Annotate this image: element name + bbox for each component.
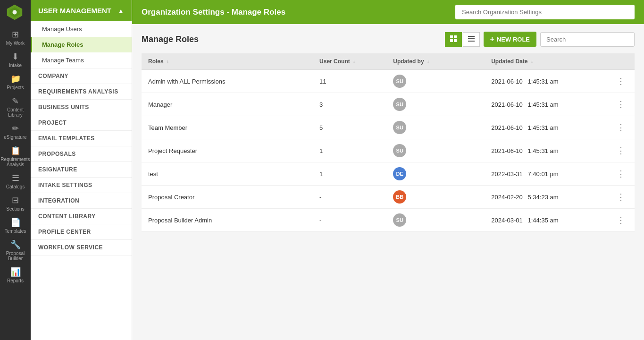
esignature-icon: ✏: [12, 123, 19, 134]
col-roles[interactable]: Roles ↕: [142, 53, 313, 70]
actions-cell: ⋮: [607, 70, 635, 93]
nav-category-integration[interactable]: INTEGRATION: [31, 193, 132, 209]
svg-rect-3: [450, 35, 453, 38]
grid-view-button[interactable]: [445, 32, 462, 47]
app-logo[interactable]: [6, 4, 25, 23]
reports-icon: 📊: [10, 267, 21, 277]
new-role-button[interactable]: + NEW ROLE: [484, 32, 536, 47]
table-row[interactable]: test 1 DE 2022-03-31 7:40:01 pm ⋮: [142, 162, 635, 186]
sidebar-item-esignature[interactable]: ✏ eSignature: [0, 120, 31, 143]
catalogs-icon: ☰: [12, 173, 19, 183]
svg-rect-4: [454, 35, 457, 38]
nav-item-manage-teams[interactable]: Manage Teams: [31, 52, 132, 68]
more-options-button[interactable]: ⋮: [614, 99, 628, 110]
top-bar: Organization Settings - Manage Roles: [132, 0, 644, 24]
sidebar-item-my-work[interactable]: ⊞ My Work: [0, 26, 31, 49]
list-view-button[interactable]: [463, 32, 480, 47]
sidebar-item-label: eSignature: [4, 135, 26, 140]
updated-by: SU: [386, 139, 485, 162]
intake-icon: ⬇: [12, 51, 19, 62]
sidebar-item-label: Content Library: [0, 107, 31, 118]
svg-rect-6: [454, 39, 457, 42]
table-row[interactable]: Proposal Builder Admin - SU 2024-03-01 1…: [142, 209, 635, 232]
sidebar-item-projects[interactable]: 📁 Projects: [0, 71, 31, 93]
col-updated-by[interactable]: Updated by ↕: [386, 53, 485, 70]
my-work-icon: ⊞: [12, 29, 19, 40]
sort-roles-icon: ↕: [167, 59, 169, 64]
nav-category-requirements-analysis[interactable]: REQUIREMENTS ANALYSIS: [31, 84, 132, 100]
more-options-button[interactable]: ⋮: [614, 169, 628, 179]
col-updated-date[interactable]: Updated Date ↕: [485, 53, 607, 70]
user-count: 5: [313, 116, 386, 139]
role-name: test: [142, 162, 313, 186]
more-options-button[interactable]: ⋮: [614, 122, 628, 133]
table-row[interactable]: Admin with ALL Permissions 11 SU 2021-06…: [142, 70, 635, 93]
sort-user-count-icon: ↕: [353, 59, 355, 64]
updated-date: 2021-06-10 1:45:31 am: [485, 139, 607, 162]
avatar: SU: [393, 98, 406, 111]
main-content: Organization Settings - Manage Roles Man…: [132, 0, 644, 340]
svg-rect-8: [468, 38, 475, 39]
org-settings-search[interactable]: [455, 5, 635, 19]
nav-category-project[interactable]: PROJECT: [31, 115, 132, 131]
nav-category-esignature[interactable]: ESIGNATURE: [31, 162, 132, 178]
nav-category-company[interactable]: COMPANY: [31, 68, 132, 84]
table-row[interactable]: Team Member 5 SU 2021-06-10 1:45:31 am ⋮: [142, 116, 635, 139]
more-options-button[interactable]: ⋮: [614, 192, 628, 202]
sidebar-item-label: Projects: [7, 85, 24, 90]
sidebar-item-content-library[interactable]: ✎ Content Library: [0, 93, 31, 120]
sidebar-item-reports[interactable]: 📊 Reports: [0, 264, 31, 286]
nav-category-business-units[interactable]: BUSINESS UNITS: [31, 100, 132, 115]
roles-search-input[interactable]: [540, 32, 635, 47]
table-row[interactable]: Proposal Creator - BB 2024-02-20 5:34:23…: [142, 186, 635, 209]
avatar: SU: [393, 121, 406, 134]
sidebar-item-templates[interactable]: 📄 Templates: [0, 214, 31, 237]
view-toggle: [445, 32, 480, 47]
sidebar-item-requirements-analysis[interactable]: 📋 Requirements Analysis: [0, 143, 31, 170]
nav-item-manage-roles[interactable]: Manage Roles: [31, 37, 132, 52]
roles-header: Manage Roles + NEW R: [142, 32, 635, 47]
col-user-count[interactable]: User Count ↕: [313, 53, 386, 70]
grid-icon: [450, 35, 457, 42]
nav-category-workflow-service[interactable]: WORKFLOW SERVICE: [31, 240, 132, 255]
sidebar-item-intake[interactable]: ⬇ Intake: [0, 49, 31, 71]
sidebar-item-proposal-builder[interactable]: 🔧 Proposal Builder: [0, 237, 31, 264]
avatar: SU: [393, 213, 406, 227]
role-name: Admin with ALL Permissions: [142, 70, 313, 93]
sidebar-item-label: My Work: [6, 41, 25, 46]
nav-category-email-templates[interactable]: EMAIL TEMPLATES: [31, 131, 132, 146]
actions-cell: ⋮: [607, 93, 635, 116]
projects-icon: 📁: [10, 74, 21, 84]
updated-date: 2022-03-31 7:40:01 pm: [485, 162, 607, 186]
nav-header: USER MANAGEMENT ▲: [31, 0, 132, 21]
collapse-icon[interactable]: ▲: [117, 7, 124, 15]
svg-point-2: [12, 10, 17, 15]
sidebar-item-sections[interactable]: ⊟ Sections: [0, 192, 31, 214]
avatar: BB: [393, 190, 406, 204]
sections-icon: ⊟: [12, 195, 19, 205]
nav-sidebar: USER MANAGEMENT ▲ Manage Users Manage Ro…: [31, 0, 132, 340]
user-count: -: [313, 209, 386, 232]
role-name: Team Member: [142, 116, 313, 139]
nav-category-content-library[interactable]: CONTENT LIBRARY: [31, 209, 132, 224]
roles-header-right: + NEW ROLE: [445, 32, 635, 47]
requirements-icon: 📋: [10, 145, 21, 156]
more-options-button[interactable]: ⋮: [614, 76, 628, 86]
sidebar-item-catalogs[interactable]: ☰ Catalogs: [0, 170, 31, 192]
user-count: 1: [313, 139, 386, 162]
plus-icon: +: [490, 35, 494, 43]
table-row[interactable]: Project Requester 1 SU 2021-06-10 1:45:3…: [142, 139, 635, 162]
table-row[interactable]: Manager 3 SU 2021-06-10 1:45:31 am ⋮: [142, 93, 635, 116]
more-options-button[interactable]: ⋮: [614, 145, 628, 156]
nav-item-manage-users[interactable]: Manage Users: [31, 21, 132, 37]
page-title: Organization Settings - Manage Roles: [142, 8, 285, 17]
list-icon: [468, 35, 475, 42]
sidebar-item-label: Sections: [6, 206, 24, 212]
nav-category-profile-center[interactable]: PROFILE CENTER: [31, 224, 132, 240]
nav-category-proposals[interactable]: PROPOSALS: [31, 146, 132, 162]
content-library-icon: ✎: [12, 96, 19, 106]
updated-date: 2021-06-10 1:45:31 am: [485, 70, 607, 93]
nav-category-intake-settings[interactable]: INTAKE SETTINGS: [31, 178, 132, 193]
actions-cell: ⋮: [607, 209, 635, 232]
more-options-button[interactable]: ⋮: [614, 215, 628, 225]
